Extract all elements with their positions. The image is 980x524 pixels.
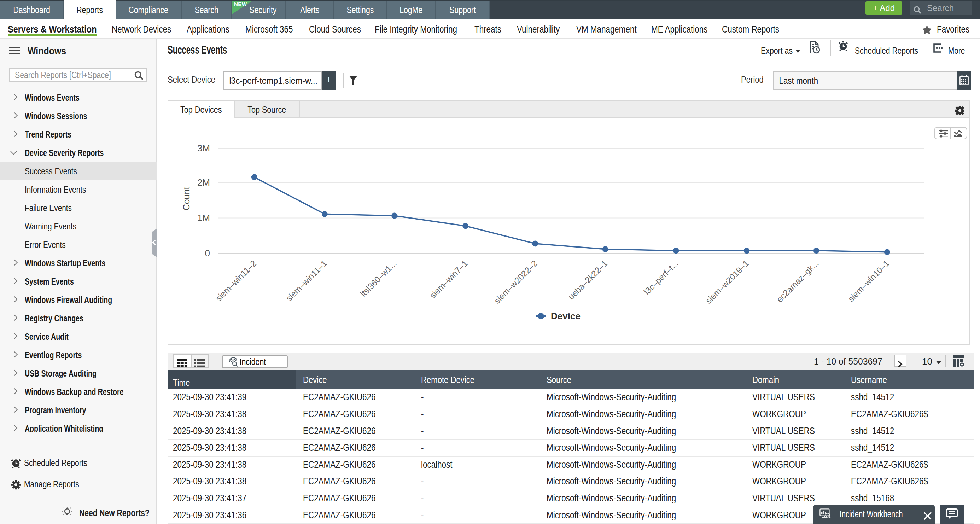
svg-text:l3c–perf–t...: l3c–perf–t...: [642, 258, 680, 297]
svg-text:3M: 3M: [197, 143, 210, 153]
svg-text:siem–w2022–2: siem–w2022–2: [492, 258, 539, 306]
svg-text:siem–w2019–1: siem–w2019–1: [703, 258, 751, 306]
svg-text:ueba–2k22–1: ueba–2k22–1: [566, 258, 609, 302]
svg-text:siem–win7–1: siem–win7–1: [428, 258, 469, 300]
svg-text:ec2amaz–gk...: ec2amaz–gk...: [775, 258, 820, 304]
svg-text:2M: 2M: [197, 177, 210, 188]
svg-text:siem–win10–1: siem–win10–1: [846, 258, 891, 304]
svg-text:siem–win11–1: siem–win11–1: [284, 258, 329, 303]
svg-text:Device: Device: [551, 311, 581, 322]
svg-text:1M: 1M: [197, 212, 210, 223]
svg-text:Count: Count: [181, 187, 191, 211]
svg-text:0: 0: [205, 248, 210, 258]
svg-text:siem–win11–2: siem–win11–2: [213, 258, 258, 303]
svg-text:itsl360–w1...: itsl360–w1...: [358, 258, 398, 298]
